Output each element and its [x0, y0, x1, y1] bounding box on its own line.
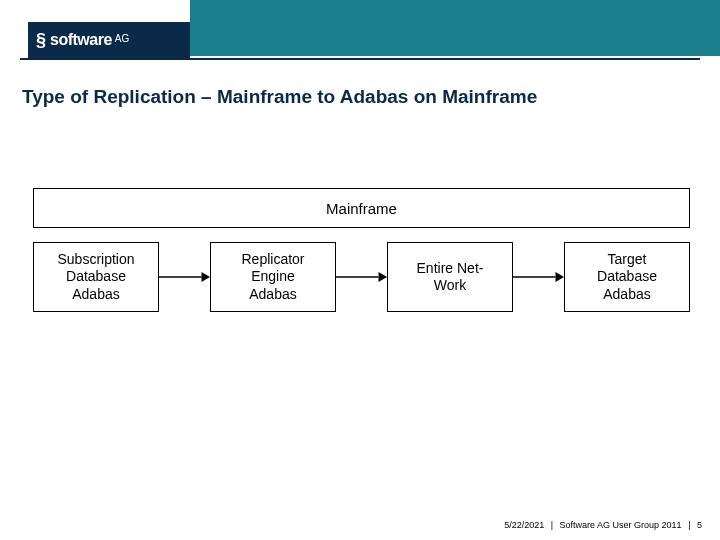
- node-entire-net-work: Entire Net- Work: [387, 242, 513, 312]
- mainframe-label: Mainframe: [326, 200, 397, 217]
- logo-brand: software: [50, 31, 112, 49]
- svg-marker-3: [379, 272, 388, 282]
- footer: 5/22/2021 | Software AG User Group 2011 …: [504, 520, 702, 530]
- node-target-db: Target Database Adabas: [564, 242, 690, 312]
- mainframe-container: Mainframe: [33, 188, 690, 228]
- diagram: Mainframe Subscription Database Adabas R…: [33, 188, 690, 312]
- footer-page: 5: [697, 520, 702, 530]
- footer-sep: |: [551, 520, 553, 530]
- header-bar: § software AG: [0, 0, 720, 62]
- arrow-icon: [336, 267, 387, 287]
- header-accent-stripe: [190, 0, 720, 56]
- logo: § software AG: [28, 22, 190, 58]
- header-divider: [20, 58, 700, 60]
- svg-marker-5: [556, 272, 565, 282]
- logo-icon: §: [36, 30, 46, 51]
- flow-row: Subscription Database Adabas Replicator …: [33, 242, 690, 312]
- arrow-icon: [513, 267, 564, 287]
- svg-marker-1: [202, 272, 211, 282]
- logo-suffix: AG: [115, 33, 129, 44]
- node-replicator-engine: Replicator Engine Adabas: [210, 242, 336, 312]
- arrow-icon: [159, 267, 210, 287]
- slide-title: Type of Replication – Mainframe to Adaba…: [22, 86, 698, 108]
- footer-sep: |: [688, 520, 690, 530]
- footer-event: Software AG User Group 2011: [560, 520, 682, 530]
- footer-date: 5/22/2021: [504, 520, 544, 530]
- node-subscription-db: Subscription Database Adabas: [33, 242, 159, 312]
